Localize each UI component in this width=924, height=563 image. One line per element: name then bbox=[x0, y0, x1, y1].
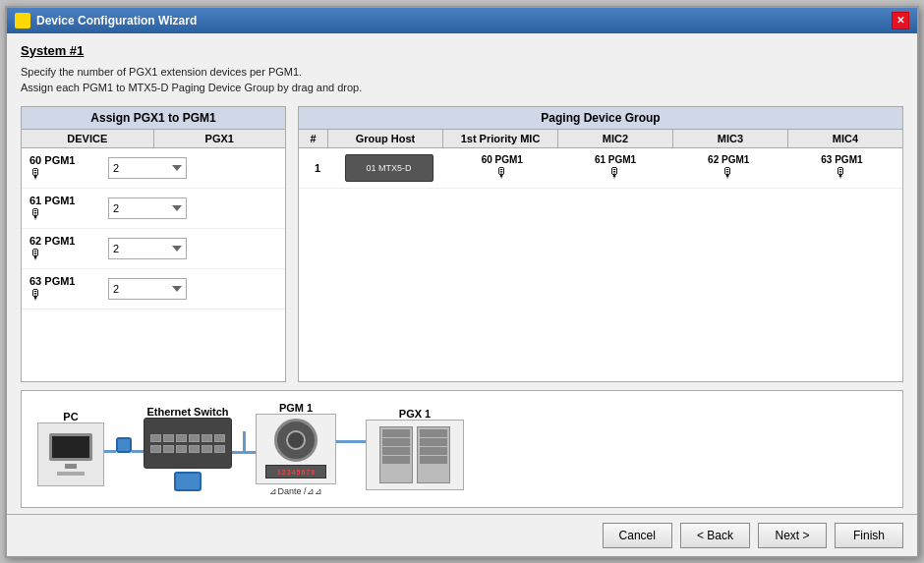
pgx1-dropdown-1[interactable]: 2134 bbox=[108, 197, 187, 219]
pgx1-cell-0: 2134 bbox=[108, 157, 277, 179]
dsp-btn-7: 7 bbox=[306, 469, 310, 476]
row-num-0: 1 bbox=[303, 162, 332, 174]
dsp-btn-1: 1 bbox=[277, 469, 281, 476]
col-mic3-header: MIC3 bbox=[673, 130, 788, 147]
pgx1-module-2 bbox=[417, 426, 450, 483]
window-title: Device Configuration Wizard bbox=[36, 14, 197, 28]
device-row: 63 PGM1 🎙 2134 bbox=[22, 269, 285, 310]
pgx1-dropdown-3[interactable]: 2134 bbox=[108, 278, 187, 300]
switch-port bbox=[163, 445, 174, 453]
pgm1-label: PGM 1 bbox=[279, 402, 313, 414]
device-icon-1: 🎙 bbox=[29, 206, 43, 222]
col-pgx1-header: PGX1 bbox=[154, 130, 286, 147]
pgx1-slot bbox=[420, 438, 447, 446]
close-button[interactable]: ✕ bbox=[892, 12, 909, 29]
col-device-header: DEVICE bbox=[22, 130, 154, 147]
main-window: Device Configuration Wizard ✕ System #1 … bbox=[5, 6, 919, 558]
instruction-line1: Specify the number of PGX1 extension dev… bbox=[21, 66, 302, 78]
pgx1-slot bbox=[420, 429, 447, 437]
rj45-plug bbox=[116, 437, 132, 453]
device-cell-0: 60 PGM1 🎙 bbox=[29, 154, 108, 182]
pgx1-slot bbox=[382, 456, 410, 464]
pgx1-dropdown-0[interactable]: 2134 bbox=[108, 157, 187, 179]
mic4-cell: 63 PGM1 🎙 bbox=[785, 154, 898, 181]
mic2-cell: 61 PGM1 🎙 bbox=[558, 154, 671, 181]
diagram-wrapper: PC Ethernet Switch bbox=[37, 402, 887, 496]
left-panel: Assign PGX1 to PGM1 DEVICE PGX1 60 PGM1 … bbox=[21, 106, 286, 382]
pgx1-slot bbox=[420, 456, 447, 464]
dsp-btn-2: 2 bbox=[282, 469, 286, 476]
switch-rj45-area bbox=[174, 472, 202, 491]
instructions: Specify the number of PGX1 extension dev… bbox=[21, 64, 903, 96]
switch-port bbox=[150, 445, 161, 453]
pc-label: PC bbox=[63, 411, 78, 422]
instruction-line2: Assign each PGM1 to MTX5-D Paging Device… bbox=[21, 82, 362, 93]
device-name-0: 60 PGM1 bbox=[29, 154, 76, 166]
paging-row-0: 1 01 MTX5-D 60 PGM1 🎙 bbox=[299, 148, 902, 189]
device-row: 62 PGM1 🎙 2134 bbox=[22, 229, 285, 269]
pgx1-cell-1: 2134 bbox=[108, 197, 277, 219]
left-panel-title: Assign PGX1 to PGM1 bbox=[22, 107, 285, 130]
bottom-diagram: PC Ethernet Switch bbox=[21, 390, 903, 508]
cable-switch-pgm1 bbox=[232, 431, 256, 466]
cancel-button[interactable]: Cancel bbox=[603, 523, 672, 548]
mic1-icon: 🎙 bbox=[495, 165, 509, 181]
pgx1-slot bbox=[382, 438, 410, 446]
col-mic2-header: MIC2 bbox=[558, 130, 673, 147]
dsp-strip: 1 2 3 4 5 6 7 8 bbox=[265, 465, 326, 479]
cable-segment bbox=[132, 450, 144, 453]
col-group-host-header: Group Host bbox=[328, 130, 443, 147]
switch-port bbox=[189, 445, 200, 453]
pgm1-rotary-inner bbox=[286, 430, 306, 450]
system-title: System #1 bbox=[21, 43, 903, 58]
rj45-bottom bbox=[174, 472, 202, 491]
switch-port bbox=[214, 434, 225, 442]
device-icon-2: 🎙 bbox=[29, 247, 43, 262]
next-button[interactable]: Next > bbox=[758, 523, 827, 548]
device-rows: 60 PGM1 🎙 2134 61 PGM1 🎙 bbox=[22, 148, 285, 381]
device-row: 60 PGM1 🎙 2134 bbox=[22, 148, 285, 189]
paging-rows: 1 01 MTX5-D 60 PGM1 🎙 bbox=[299, 148, 902, 381]
col-mic4-header: MIC4 bbox=[788, 130, 902, 147]
mic3-cell: 62 PGM1 🎙 bbox=[672, 154, 785, 181]
pgx1-label: PGX 1 bbox=[399, 408, 431, 420]
device-cell-2: 62 PGM1 🎙 bbox=[29, 235, 108, 262]
right-panel-title: Paging Device Group bbox=[299, 107, 902, 130]
device-name-1: 61 PGM1 bbox=[29, 195, 76, 206]
device-name-3: 63 PGM1 bbox=[29, 275, 76, 287]
window-title-area: Device Configuration Wizard bbox=[15, 13, 197, 28]
right-panel: Paging Device Group # Group Host 1st Pri… bbox=[298, 106, 903, 382]
pgm1-box: 1 2 3 4 5 6 7 8 bbox=[256, 414, 336, 484]
pgx1-module-1 bbox=[379, 426, 413, 483]
mic2-icon: 🎙 bbox=[608, 165, 622, 181]
pgx1-dropdown-2[interactable]: 2134 bbox=[108, 238, 187, 259]
monitor-stand bbox=[65, 464, 77, 469]
dsp-btn-6: 6 bbox=[301, 469, 305, 476]
footer: Cancel < Back Next > Finish bbox=[7, 514, 917, 556]
dsp-btn-5: 5 bbox=[297, 469, 301, 476]
app-icon bbox=[15, 13, 30, 28]
monitor-base bbox=[57, 472, 85, 476]
finish-button[interactable]: Finish bbox=[835, 523, 903, 548]
dsp-btn-4: 4 bbox=[292, 469, 296, 476]
main-panels: Assign PGX1 to PGM1 DEVICE PGX1 60 PGM1 … bbox=[21, 106, 903, 382]
mic3-name: 62 PGM1 bbox=[708, 154, 749, 165]
pc-block: PC bbox=[37, 411, 104, 486]
device-row: 61 PGM1 🎙 2134 bbox=[22, 189, 285, 229]
mic4-icon: 🎙 bbox=[835, 165, 848, 181]
pc-box bbox=[37, 422, 104, 486]
col-1st-priority-header: 1st Priority MIC bbox=[443, 130, 558, 147]
mic4-name: 63 PGM1 bbox=[821, 154, 862, 165]
pgm1-block: PGM 1 1 2 3 4 5 6 bbox=[256, 402, 336, 496]
switch-box bbox=[144, 418, 232, 469]
mic1-cell: 60 PGM1 🎙 bbox=[445, 154, 558, 181]
switch-port bbox=[176, 434, 187, 442]
switch-block: Ethernet Switch bbox=[144, 406, 232, 491]
col-num-header: # bbox=[299, 130, 328, 147]
switch-port bbox=[202, 434, 212, 442]
pgx1-cell-2: 2134 bbox=[108, 238, 277, 259]
switch-port bbox=[163, 434, 174, 442]
monitor-icon bbox=[49, 433, 92, 461]
dante-label: ⊿Dante /⊿⊿ bbox=[269, 486, 321, 496]
back-button[interactable]: < Back bbox=[680, 523, 750, 548]
